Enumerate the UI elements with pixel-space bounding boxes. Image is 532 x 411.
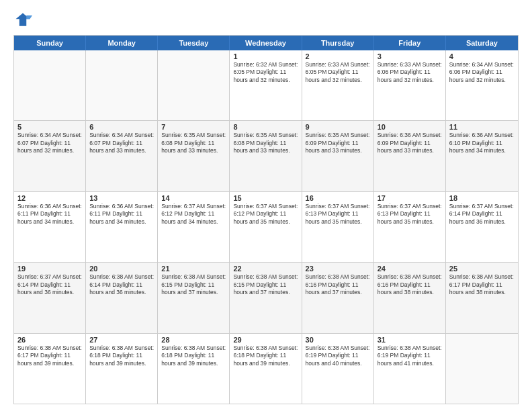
calendar: SundayMondayTuesdayWednesdayThursdayFrid… bbox=[13, 35, 519, 404]
table-row: 16Sunrise: 6:37 AM Sunset: 6:13 PM Dayli… bbox=[302, 192, 374, 262]
day-info: Sunrise: 6:38 AM Sunset: 6:19 PM Dayligh… bbox=[378, 345, 442, 367]
table-row: 18Sunrise: 6:37 AM Sunset: 6:14 PM Dayli… bbox=[446, 192, 518, 262]
day-info: Sunrise: 6:38 AM Sunset: 6:16 PM Dayligh… bbox=[378, 273, 442, 296]
table-row: 11Sunrise: 6:36 AM Sunset: 6:10 PM Dayli… bbox=[446, 121, 518, 191]
table-row: 7Sunrise: 6:35 AM Sunset: 6:08 PM Daylig… bbox=[158, 121, 230, 191]
day-info: Sunrise: 6:37 AM Sunset: 6:14 PM Dayligh… bbox=[449, 203, 515, 226]
day-info: Sunrise: 6:36 AM Sunset: 6:11 PM Dayligh… bbox=[17, 203, 82, 226]
table-row: 9Sunrise: 6:35 AM Sunset: 6:09 PM Daylig… bbox=[302, 121, 374, 191]
calendar-header: SundayMondayTuesdayWednesdayThursdayFrid… bbox=[14, 36, 518, 50]
day-info: Sunrise: 6:37 AM Sunset: 6:12 PM Dayligh… bbox=[233, 203, 298, 226]
svg-marker-1 bbox=[26, 15, 32, 19]
day-info: Sunrise: 6:38 AM Sunset: 6:18 PM Dayligh… bbox=[89, 345, 154, 367]
day-info: Sunrise: 6:37 AM Sunset: 6:13 PM Dayligh… bbox=[306, 203, 370, 226]
table-row: 8Sunrise: 6:35 AM Sunset: 6:08 PM Daylig… bbox=[230, 121, 302, 191]
table-row: 25Sunrise: 6:38 AM Sunset: 6:17 PM Dayli… bbox=[446, 263, 518, 332]
day-info: Sunrise: 6:32 AM Sunset: 6:05 PM Dayligh… bbox=[233, 61, 298, 84]
table-row bbox=[158, 50, 230, 120]
day-number: 22 bbox=[233, 265, 298, 273]
table-row: 17Sunrise: 6:37 AM Sunset: 6:13 PM Dayli… bbox=[374, 192, 446, 262]
day-number: 31 bbox=[378, 336, 442, 344]
table-row: 20Sunrise: 6:38 AM Sunset: 6:14 PM Dayli… bbox=[86, 263, 158, 332]
day-info: Sunrise: 6:33 AM Sunset: 6:05 PM Dayligh… bbox=[306, 61, 370, 84]
day-number: 24 bbox=[378, 265, 442, 273]
day-number: 29 bbox=[233, 336, 298, 344]
day-number: 7 bbox=[161, 123, 226, 131]
day-number: 19 bbox=[17, 265, 82, 273]
day-info: Sunrise: 6:37 AM Sunset: 6:14 PM Dayligh… bbox=[17, 273, 82, 296]
header-day-tuesday: Tuesday bbox=[158, 36, 230, 50]
header-day-saturday: Saturday bbox=[446, 36, 518, 50]
day-number: 20 bbox=[89, 265, 154, 273]
table-row: 19Sunrise: 6:37 AM Sunset: 6:14 PM Dayli… bbox=[14, 263, 86, 332]
day-info: Sunrise: 6:36 AM Sunset: 6:09 PM Dayligh… bbox=[378, 132, 442, 154]
header-day-monday: Monday bbox=[86, 36, 158, 50]
day-info: Sunrise: 6:35 AM Sunset: 6:09 PM Dayligh… bbox=[306, 132, 370, 154]
header-day-friday: Friday bbox=[374, 36, 446, 50]
header bbox=[13, 11, 519, 30]
day-number: 16 bbox=[306, 194, 370, 202]
calendar-row-4: 19Sunrise: 6:37 AM Sunset: 6:14 PM Dayli… bbox=[14, 263, 518, 333]
table-row: 1Sunrise: 6:32 AM Sunset: 6:05 PM Daylig… bbox=[230, 50, 302, 120]
day-info: Sunrise: 6:36 AM Sunset: 6:11 PM Dayligh… bbox=[89, 203, 154, 226]
table-row: 12Sunrise: 6:36 AM Sunset: 6:11 PM Dayli… bbox=[14, 192, 86, 262]
day-number: 23 bbox=[306, 265, 370, 273]
table-row: 30Sunrise: 6:38 AM Sunset: 6:19 PM Dayli… bbox=[302, 334, 374, 404]
day-number: 17 bbox=[378, 194, 442, 202]
day-info: Sunrise: 6:37 AM Sunset: 6:12 PM Dayligh… bbox=[161, 203, 226, 226]
day-info: Sunrise: 6:35 AM Sunset: 6:08 PM Dayligh… bbox=[233, 132, 298, 154]
day-number: 27 bbox=[89, 336, 154, 344]
table-row: 21Sunrise: 6:38 AM Sunset: 6:15 PM Dayli… bbox=[158, 263, 230, 332]
table-row: 15Sunrise: 6:37 AM Sunset: 6:12 PM Dayli… bbox=[230, 192, 302, 262]
header-day-sunday: Sunday bbox=[14, 36, 86, 50]
day-info: Sunrise: 6:38 AM Sunset: 6:17 PM Dayligh… bbox=[17, 345, 82, 367]
table-row: 2Sunrise: 6:33 AM Sunset: 6:05 PM Daylig… bbox=[302, 50, 374, 120]
day-number: 28 bbox=[161, 336, 226, 344]
day-number: 18 bbox=[449, 194, 515, 202]
page: SundayMondayTuesdayWednesdayThursdayFrid… bbox=[0, 0, 532, 411]
day-info: Sunrise: 6:33 AM Sunset: 6:06 PM Dayligh… bbox=[378, 61, 442, 84]
day-info: Sunrise: 6:36 AM Sunset: 6:10 PM Dayligh… bbox=[449, 132, 515, 154]
day-number: 2 bbox=[306, 52, 370, 60]
day-info: Sunrise: 6:35 AM Sunset: 6:08 PM Dayligh… bbox=[161, 132, 226, 154]
table-row: 27Sunrise: 6:38 AM Sunset: 6:18 PM Dayli… bbox=[86, 334, 158, 404]
table-row bbox=[446, 334, 518, 404]
day-number: 5 bbox=[17, 123, 82, 131]
header-day-thursday: Thursday bbox=[302, 36, 374, 50]
day-number: 12 bbox=[17, 194, 82, 202]
day-info: Sunrise: 6:38 AM Sunset: 6:18 PM Dayligh… bbox=[161, 345, 226, 367]
table-row: 10Sunrise: 6:36 AM Sunset: 6:09 PM Dayli… bbox=[374, 121, 446, 191]
calendar-row-1: 1Sunrise: 6:32 AM Sunset: 6:05 PM Daylig… bbox=[14, 50, 518, 121]
day-info: Sunrise: 6:38 AM Sunset: 6:15 PM Dayligh… bbox=[161, 273, 226, 296]
day-number: 25 bbox=[449, 265, 515, 273]
day-number: 30 bbox=[306, 336, 370, 344]
day-number: 8 bbox=[233, 123, 298, 131]
calendar-row-3: 12Sunrise: 6:36 AM Sunset: 6:11 PM Dayli… bbox=[14, 192, 518, 263]
table-row: 14Sunrise: 6:37 AM Sunset: 6:12 PM Dayli… bbox=[158, 192, 230, 262]
day-info: Sunrise: 6:38 AM Sunset: 6:16 PM Dayligh… bbox=[306, 273, 370, 296]
table-row: 28Sunrise: 6:38 AM Sunset: 6:18 PM Dayli… bbox=[158, 334, 230, 404]
table-row: 4Sunrise: 6:34 AM Sunset: 6:06 PM Daylig… bbox=[446, 50, 518, 120]
day-number: 1 bbox=[233, 52, 298, 60]
day-info: Sunrise: 6:38 AM Sunset: 6:15 PM Dayligh… bbox=[233, 273, 298, 296]
header-day-wednesday: Wednesday bbox=[230, 36, 302, 50]
day-number: 14 bbox=[161, 194, 226, 202]
day-info: Sunrise: 6:38 AM Sunset: 6:17 PM Dayligh… bbox=[449, 273, 515, 296]
calendar-row-2: 5Sunrise: 6:34 AM Sunset: 6:07 PM Daylig… bbox=[14, 121, 518, 191]
table-row: 23Sunrise: 6:38 AM Sunset: 6:16 PM Dayli… bbox=[302, 263, 374, 332]
day-number: 4 bbox=[449, 52, 515, 60]
table-row: 26Sunrise: 6:38 AM Sunset: 6:17 PM Dayli… bbox=[14, 334, 86, 404]
table-row: 13Sunrise: 6:36 AM Sunset: 6:11 PM Dayli… bbox=[86, 192, 158, 262]
day-number: 6 bbox=[89, 123, 154, 131]
table-row bbox=[86, 50, 158, 120]
day-number: 13 bbox=[89, 194, 154, 202]
svg-marker-0 bbox=[16, 13, 30, 26]
logo bbox=[13, 11, 35, 30]
day-info: Sunrise: 6:38 AM Sunset: 6:14 PM Dayligh… bbox=[89, 273, 154, 296]
table-row: 3Sunrise: 6:33 AM Sunset: 6:06 PM Daylig… bbox=[374, 50, 446, 120]
day-info: Sunrise: 6:34 AM Sunset: 6:06 PM Dayligh… bbox=[449, 61, 515, 84]
day-number: 10 bbox=[378, 123, 442, 131]
day-info: Sunrise: 6:34 AM Sunset: 6:07 PM Dayligh… bbox=[89, 132, 154, 154]
calendar-row-5: 26Sunrise: 6:38 AM Sunset: 6:17 PM Dayli… bbox=[14, 334, 518, 404]
day-number: 15 bbox=[233, 194, 298, 202]
